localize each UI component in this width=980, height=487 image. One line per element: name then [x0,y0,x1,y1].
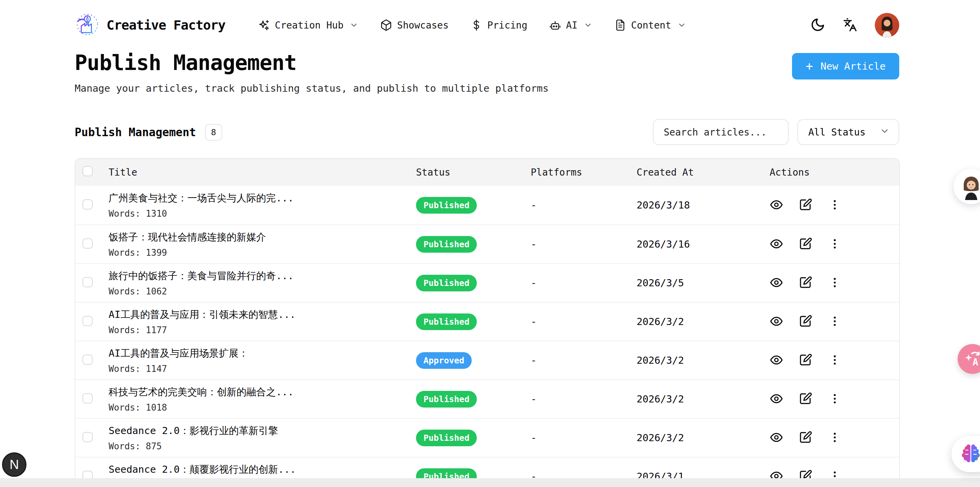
languages-icon [843,18,857,33]
edit-button[interactable] [799,198,812,212]
plus-icon: + [806,60,813,72]
created-at-value: 2026/3/16 [636,238,762,250]
more-actions-button[interactable] [828,198,842,212]
kebab-menu-icon [828,392,842,407]
user-avatar[interactable] [875,13,899,37]
article-title[interactable]: AI工具的普及与应用：引领未来的智慧... [108,308,416,322]
more-actions-button[interactable] [828,237,842,252]
more-actions-button[interactable] [828,392,842,407]
status-filter-select[interactable]: All Status [797,119,899,145]
edit-button[interactable] [799,431,812,445]
platforms-value: - [531,277,636,289]
table-row: 科技与艺术的完美交响：创新的融合之... Words: 1018 Publish… [75,379,899,418]
table-row: 旅行中的饭搭子：美食与冒险并行的奇... Words: 1062 Publish… [75,263,899,302]
dollar-icon [470,19,482,31]
package-icon [380,19,392,31]
edit-pencil-icon [799,315,812,329]
view-button[interactable] [770,392,783,407]
select-all-checkbox[interactable] [83,166,93,176]
new-article-label: New Article [821,61,886,72]
nav-item-creation-hub[interactable]: Creation Hub [258,19,358,31]
platforms-value: - [531,354,636,366]
row-checkbox[interactable] [83,238,93,249]
view-button[interactable] [770,353,783,368]
eye-icon [770,353,783,368]
article-title[interactable]: 广州美食与社交：一场舌尖与人际的完... [108,192,416,205]
status-badge: Published [416,275,477,291]
nav-item-showcases[interactable]: Showcases [380,19,449,31]
row-checkbox[interactable] [83,277,93,287]
created-at-value: 2026/3/18 [636,200,762,211]
row-checkbox[interactable] [83,393,93,404]
edit-pencil-icon [799,392,812,407]
nav-label: AI [566,20,578,31]
navbar: Creative Factory Creation Hub [0,0,980,50]
table-row: 广州美食与社交：一场舌尖与人际的完... Words: 1310 Publish… [75,186,899,225]
row-checkbox[interactable] [83,354,93,365]
translate-floating-button[interactable]: A [958,344,980,374]
table-header-row: Title Status Platforms Created At Action… [75,159,899,186]
more-actions-button[interactable] [828,353,842,368]
ai-brain-floating-button[interactable] [951,436,980,472]
view-button[interactable] [770,237,783,252]
kebab-menu-icon [828,353,842,368]
brain-icon [959,442,980,466]
eye-icon [770,276,783,291]
table-row: AI工具的普及与应用：引领未来的智慧... Words: 1177 Publis… [75,302,899,341]
nav-label: Pricing [487,20,527,31]
nav-item-content[interactable]: Content [614,19,686,31]
eye-icon [770,237,783,252]
article-words: Words: 1147 [108,364,416,374]
dark-mode-toggle[interactable] [810,17,825,33]
platforms-value: - [531,200,636,211]
status-badge: Published [416,313,477,330]
status-filter-value: All Status [808,127,865,138]
more-actions-button[interactable] [828,431,842,445]
bot-icon [549,19,561,31]
view-button[interactable] [770,198,783,212]
view-button[interactable] [770,315,783,329]
row-checkbox[interactable] [83,200,93,209]
nav-item-pricing[interactable]: Pricing [470,19,527,31]
article-title[interactable]: 科技与艺术的完美交响：创新的融合之... [108,385,416,399]
brand[interactable]: Creative Factory [75,12,225,38]
article-title[interactable]: 旅行中的饭搭子：美食与冒险并行的奇... [108,269,416,283]
nav-label: Showcases [397,20,449,31]
status-badge: Published [416,197,477,214]
new-article-button[interactable]: + New Article [792,53,899,80]
eye-icon [770,315,783,329]
edit-button[interactable] [799,237,812,252]
view-button[interactable] [770,431,783,445]
row-checkbox[interactable] [83,316,93,326]
language-toggle[interactable] [843,18,857,33]
status-badge: Published [416,430,477,446]
edit-button[interactable] [799,315,812,329]
view-button[interactable] [770,276,783,291]
article-title[interactable]: Seedance 2.0：影视行业的革新引擎 [108,424,416,438]
article-title[interactable]: AI工具的普及与应用场景扩展： [108,347,416,360]
edit-button[interactable] [799,353,812,368]
platforms-value: - [531,432,636,444]
article-words: Words: 1399 [108,247,416,258]
kebab-menu-icon [828,431,842,445]
edit-pencil-icon [799,276,812,291]
eye-icon [770,198,783,212]
edit-button[interactable] [799,392,812,407]
dev-tools-badge[interactable]: N [2,452,27,477]
nav-right-controls [810,13,899,37]
edit-button[interactable] [799,276,812,291]
created-at-value: 2026/3/5 [636,277,762,289]
more-actions-button[interactable] [828,315,842,329]
more-actions-button[interactable] [828,276,842,291]
status-badge: Approved [416,352,472,369]
search-input[interactable] [653,119,789,145]
article-words: Words: 1062 [108,286,416,297]
nav-item-ai[interactable]: AI [549,19,592,31]
assistant-avatar-widget[interactable] [953,169,980,204]
article-title[interactable]: 饭搭子：现代社会情感连接的新媒介 [108,231,416,244]
article-title[interactable]: Seedance 2.0：颠覆影视行业的创新... [108,463,416,476]
col-title: Title [108,167,416,178]
nav-label: Creation Hub [275,20,344,31]
row-checkbox[interactable] [83,432,93,442]
kebab-menu-icon [828,198,842,212]
